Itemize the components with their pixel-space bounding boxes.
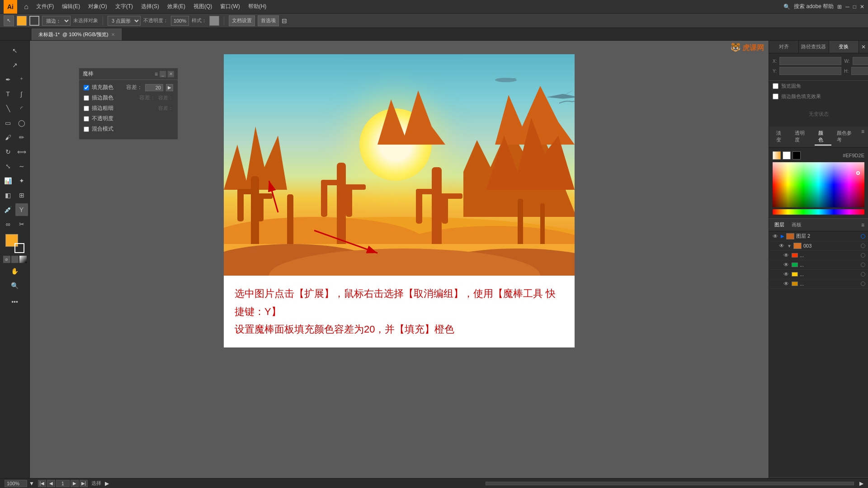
transform-tab[interactable]: 变换 (829, 41, 859, 53)
layer-row-color3[interactable]: 👁 ... (769, 270, 868, 279)
panel-menu-icon[interactable]: ≡ (155, 71, 158, 77)
color-icon[interactable] (11, 256, 19, 263)
minimize-button[interactable]: ─ (845, 4, 849, 10)
layer-c3-eye[interactable]: 👁 (783, 271, 790, 277)
layer-003-eye[interactable]: 👁 (778, 243, 785, 249)
direct-selection-tool[interactable]: ↗ (9, 59, 21, 71)
gradient-icon[interactable] (19, 256, 27, 263)
none-icon[interactable]: ⊘ (3, 256, 10, 263)
blend-mode-checkbox[interactable] (84, 127, 89, 132)
menu-edit[interactable]: 编辑(E) (58, 1, 84, 12)
play-btn[interactable]: ▶ (105, 480, 109, 487)
page-number-input[interactable] (56, 480, 70, 487)
layer-c2-eye[interactable]: 👁 (783, 262, 790, 268)
illustration-canvas[interactable] (224, 54, 575, 276)
first-option-btn[interactable]: 首选项 (258, 15, 279, 26)
doc-settings-btn[interactable]: 文档设置 (229, 15, 255, 26)
layout-icon[interactable]: ⊞ (837, 4, 842, 10)
color-tab[interactable]: 颜色 (815, 128, 831, 145)
rotate-tool[interactable]: ↻ (2, 145, 14, 158)
black-swatch[interactable] (793, 151, 801, 160)
paintbrush-tool[interactable]: 🖌 (2, 131, 14, 144)
layer-c4-eye[interactable]: 👁 (783, 281, 790, 287)
layer-row-color1[interactable]: 👁 ... (769, 251, 868, 260)
w-input[interactable] (853, 57, 868, 65)
stroke-color-checkbox[interactable] (84, 95, 89, 101)
opacity-checkbox[interactable] (84, 116, 89, 122)
zoom-input[interactable] (5, 480, 27, 487)
graph-tool[interactable]: 📊 (2, 174, 14, 187)
stroke-indicator[interactable] (14, 243, 24, 253)
zoom-dropdown-icon[interactable]: ▼ (29, 480, 34, 487)
color-ref-tab[interactable]: 颜色参考 (833, 128, 859, 145)
scale-tool[interactable]: ⤡ (2, 160, 14, 173)
menu-effect[interactable]: 效果(E) (164, 1, 189, 12)
align-tab[interactable]: 对齐 (769, 41, 799, 53)
layer-row-color4[interactable]: 👁 ... (769, 279, 868, 289)
layer-row-color2[interactable]: 👁 ... (769, 260, 868, 270)
panel-close[interactable]: ✕ (859, 41, 868, 53)
panel-header[interactable]: 魔棒 ≡ _ ✕ (79, 68, 178, 80)
blend-tool[interactable]: ∞ (2, 218, 14, 230)
close-button[interactable]: ✕ (860, 4, 864, 10)
layer-row-003[interactable]: 👁 ▼ 003 (769, 241, 868, 251)
stroke-thickness-checkbox[interactable] (84, 106, 89, 111)
fill-color-swatch[interactable] (17, 16, 27, 26)
arc-tool[interactable]: ◜ (15, 102, 28, 115)
color-panel-menu[interactable]: ≡ (861, 128, 864, 145)
layers-tab[interactable]: 图层 (773, 221, 786, 229)
menu-view[interactable]: 视图(Q) (190, 1, 216, 12)
layer-2-eye[interactable]: 👁 (772, 233, 779, 239)
white-swatch[interactable] (783, 151, 791, 160)
more-tools-btn[interactable]: ••• (9, 296, 21, 308)
panel-close-btn[interactable]: ✕ (168, 71, 174, 77)
horizontal-scrollbar[interactable] (486, 482, 854, 485)
ellipse-tool[interactable]: ◯ (15, 117, 28, 129)
menu-window[interactable]: 窗口(W) (217, 1, 243, 12)
next-page-btn[interactable]: ▶ (71, 480, 79, 487)
mesh-tool[interactable]: ⊞ (15, 189, 28, 202)
first-page-btn[interactable]: |◀ (38, 480, 46, 487)
layer-2-expand[interactable]: ▶ (781, 234, 784, 239)
reflect-tool[interactable]: ⟺ (15, 145, 28, 158)
line-tool[interactable]: ╲ (2, 102, 14, 115)
tint-tab[interactable]: 淡变 (773, 128, 789, 145)
panel-collapse-btn[interactable]: _ (160, 71, 166, 77)
type-tool[interactable]: T (2, 88, 14, 100)
selection-tool-btn[interactable]: ↖ (4, 15, 14, 26)
warp-tool[interactable]: ∼ (15, 160, 28, 173)
arrange-icon[interactable]: ⊟ (282, 17, 287, 24)
gradient-tool[interactable]: ◧ (2, 189, 14, 202)
x-input[interactable] (779, 57, 841, 65)
rectangle-tool[interactable]: ▭ (2, 117, 14, 129)
magic-wand-tool[interactable]: Y (15, 203, 28, 216)
selection-tool[interactable]: ↖ (9, 44, 21, 57)
scroll-right-btn[interactable]: ▶ (859, 480, 863, 487)
layer-row-2[interactable]: 👁 ▶ 图层 2 (769, 231, 868, 241)
transparency-tab[interactable]: 透明度 (791, 128, 813, 145)
menu-file[interactable]: 文件(F) (33, 1, 57, 12)
pen-tool[interactable]: ✒ (2, 73, 14, 86)
blend-mode-select[interactable]: 描边： (42, 16, 71, 26)
fill-effects-checkbox[interactable] (773, 94, 778, 99)
zoom-tool[interactable]: 🔍 (9, 279, 21, 292)
home-button[interactable]: ⌂ (21, 1, 32, 12)
canvas-area[interactable]: 魔棒 ≡ _ ✕ 填充颜色 容差： ▶ (30, 41, 769, 488)
menu-object[interactable]: 对象(O) (85, 1, 110, 12)
preview-corners-checkbox[interactable] (773, 83, 778, 89)
hue-slider[interactable] (773, 209, 864, 215)
h-input[interactable] (851, 67, 868, 75)
menu-text[interactable]: 文字(T) (112, 1, 137, 12)
anchor-tool[interactable]: ⁺ (15, 73, 28, 86)
eyedropper-tool[interactable]: 💉 (2, 203, 14, 216)
layer-c1-eye[interactable]: 👁 (783, 252, 790, 258)
stroke-style-select[interactable]: 3 点圆形 (108, 16, 141, 26)
menu-help[interactable]: 帮助(H) (245, 1, 270, 12)
fill-color-checkbox[interactable] (84, 85, 89, 90)
pathfinder-tab[interactable]: 路径查找器 (799, 41, 829, 53)
fill-tolerance-arrow[interactable]: ▶ (166, 84, 173, 91)
color-picker-gradient[interactable] (773, 162, 864, 207)
maximize-button[interactable]: □ (853, 4, 856, 10)
scissors-tool[interactable]: ✂ (15, 218, 28, 230)
menu-select[interactable]: 选择(S) (137, 1, 163, 12)
